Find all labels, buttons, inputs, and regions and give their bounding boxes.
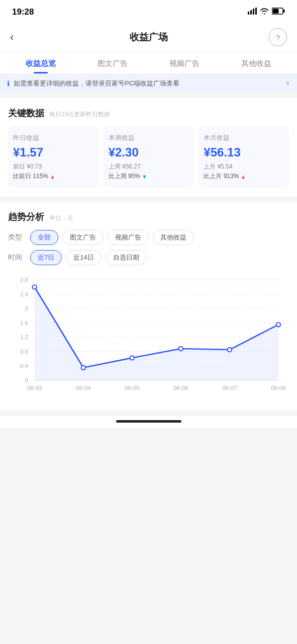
svg-text:08-03: 08-03 (27, 384, 42, 391)
card-value-week: ¥2.30 (109, 145, 189, 159)
card-label-month: 本月收益 (204, 133, 284, 142)
svg-text:08-05: 08-05 (125, 384, 140, 391)
svg-text:1.6: 1.6 (20, 319, 28, 326)
type-filter-all[interactable]: 全部 (30, 230, 58, 245)
type-filter-label: 类型 (8, 233, 26, 242)
time-filter-14[interactable]: 近14日 (66, 250, 101, 265)
type-filter-other[interactable]: 其他收益 (153, 230, 194, 245)
card-label-yesterday: 昨日收益 (13, 133, 93, 142)
key-data-title: 关键数据 (8, 107, 44, 119)
data-card-yesterday: 昨日收益 ¥1.57 前日 ¥0.73 比前日 115% ▲ (8, 126, 98, 188)
card-value-yesterday: ¥1.57 (13, 145, 93, 159)
type-filter-row: 类型 全部 图文广告 视频广告 其他收益 (8, 230, 289, 245)
svg-marker-23 (35, 287, 278, 380)
svg-point-25 (81, 365, 85, 369)
info-icon: ℹ (7, 79, 10, 88)
tab-video[interactable]: 视频广告 (149, 53, 221, 73)
key-data-grid: 昨日收益 ¥1.57 前日 ¥0.73 比前日 115% ▲ 本周收益 ¥2.3… (8, 126, 289, 188)
svg-text:08-04: 08-04 (76, 384, 91, 391)
signal-icon (248, 8, 257, 17)
svg-point-29 (276, 323, 280, 327)
notice-text: 如需查看更详细的收益，请登录百家号PC端收益广场查看 (14, 79, 281, 88)
back-button[interactable]: ‹ (10, 31, 28, 44)
home-bar (116, 420, 181, 423)
svg-rect-5 (283, 10, 285, 13)
arrow-up-icon-month: ▲ (240, 174, 246, 180)
card-prev-month: 上月 ¥5.54 (204, 163, 284, 171)
svg-text:1.2: 1.2 (20, 334, 28, 340)
svg-rect-1 (250, 10, 252, 15)
tab-image-text[interactable]: 图文广告 (77, 53, 149, 73)
data-card-month: 本月收益 ¥56.13 上月 ¥5.54 比上月 913% ▲ (199, 126, 289, 188)
battery-icon (272, 8, 285, 17)
time-filter-7[interactable]: 近7日 (30, 250, 62, 265)
svg-point-26 (130, 356, 134, 360)
svg-text:0.8: 0.8 (20, 348, 28, 355)
notice-close-button[interactable]: × (285, 79, 290, 88)
card-prev-yesterday: 前日 ¥0.73 (13, 163, 93, 171)
type-filter-video[interactable]: 视频广告 (108, 230, 149, 245)
status-time: 19:28 (12, 7, 34, 17)
tab-other[interactable]: 其他收益 (220, 53, 292, 73)
home-indicator (0, 416, 297, 428)
key-data-header: 关键数据 每日19点更新昨日数据 (8, 107, 289, 119)
chart-svg: 2.8 2.4 2 1.6 1.2 0.8 0.4 0 (8, 270, 289, 401)
trend-header: 趋势分析 单位：元 (8, 211, 289, 223)
status-bar: 19:28 (0, 0, 297, 22)
svg-point-24 (33, 285, 37, 289)
svg-text:2: 2 (25, 305, 28, 311)
data-card-week: 本周收益 ¥2.30 上周 ¥56.27 比上周 95% ▼ (104, 126, 194, 188)
card-change-month: 比上月 913% ▲ (204, 172, 284, 181)
svg-text:08-06: 08-06 (173, 384, 188, 391)
status-icons (248, 8, 285, 17)
header: ‹ 收益广场 ? (0, 22, 297, 53)
svg-rect-3 (255, 8, 257, 15)
svg-text:0: 0 (25, 377, 28, 383)
wifi-icon (260, 8, 269, 17)
arrow-up-icon: ▲ (50, 174, 55, 180)
card-prev-week: 上周 ¥56.27 (109, 163, 189, 171)
tab-overview[interactable]: 收益总览 (5, 53, 77, 73)
time-filter-row: 时间 近7日 近14日 自选日期 (8, 250, 289, 265)
trend-unit: 单位：元 (49, 214, 73, 222)
card-value-month: ¥56.13 (204, 145, 284, 159)
key-data-subtitle: 每日19点更新昨日数据 (49, 110, 110, 119)
svg-text:08-07: 08-07 (222, 384, 237, 391)
key-data-section: 关键数据 每日19点更新昨日数据 昨日收益 ¥1.57 前日 ¥0.73 比前日… (0, 98, 297, 197)
svg-rect-2 (253, 9, 254, 15)
trend-section: 趋势分析 单位：元 类型 全部 图文广告 视频广告 其他收益 时间 近7日 近1… (0, 202, 297, 411)
svg-rect-0 (248, 12, 249, 15)
svg-text:2.8: 2.8 (20, 276, 28, 283)
svg-text:08-08: 08-08 (271, 384, 286, 391)
time-filter-custom[interactable]: 自选日期 (106, 250, 147, 265)
svg-text:0.4: 0.4 (20, 362, 29, 369)
card-change-week: 比上周 95% ▼ (109, 172, 189, 181)
time-filter-label: 时间 (8, 253, 26, 262)
svg-point-27 (179, 347, 183, 351)
page-title: 收益广场 (130, 31, 168, 44)
trend-title: 趋势分析 (8, 211, 44, 223)
tab-bar: 收益总览 图文广告 视频广告 其他收益 (0, 53, 297, 74)
card-label-week: 本周收益 (109, 133, 189, 142)
type-filter-image[interactable]: 图文广告 (62, 230, 104, 245)
svg-point-28 (228, 348, 232, 352)
card-change-yesterday: 比前日 115% ▲ (13, 172, 93, 181)
arrow-down-icon: ▼ (142, 174, 147, 180)
notice-banner: ℹ 如需查看更详细的收益，请登录百家号PC端收益广场查看 × (0, 74, 297, 93)
svg-rect-6 (273, 9, 279, 14)
svg-text:2.4: 2.4 (20, 291, 29, 297)
help-button[interactable]: ? (269, 28, 287, 46)
trend-chart: 2.8 2.4 2 1.6 1.2 0.8 0.4 0 (8, 270, 289, 401)
